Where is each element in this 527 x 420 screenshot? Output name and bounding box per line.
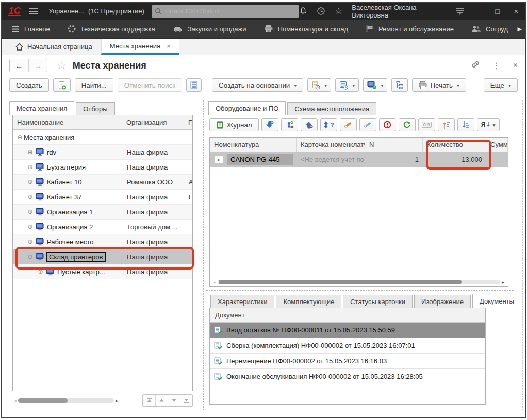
tab-home[interactable]: Начальная страница (7, 39, 101, 55)
tab-filters[interactable]: Отборы (76, 102, 114, 115)
tree-hscrollbar[interactable] (18, 398, 114, 403)
menu-item-repair[interactable]: Ремонт и обслуживание (366, 25, 454, 33)
get-link-icon[interactable] (471, 60, 480, 71)
document-history-dropdown[interactable]: ▾ (307, 78, 331, 92)
equipment-row[interactable]: ▸CANON PG-445<Не ведется учет по ...113,… (210, 152, 508, 167)
sort-ascending-button[interactable] (438, 118, 455, 131)
expand-icon[interactable]: ⊕ (26, 208, 34, 215)
column-header-3[interactable]: N (365, 138, 423, 152)
tree-row[interactable]: ⊕ БухгалтерияНаша фирма (13, 160, 192, 175)
column-header-org[interactable]: Организация (122, 115, 184, 129)
more-button[interactable]: Еще▾ (484, 78, 518, 92)
column-header-1[interactable]: Номенклатура (210, 138, 297, 152)
hierarchy-view-button[interactable] (391, 78, 408, 92)
expand-icon[interactable]: ⊕ (26, 178, 34, 186)
section-splitter[interactable] (206, 290, 514, 291)
notifications-bell-icon[interactable] (299, 7, 307, 15)
expand-icon[interactable]: ⊕ (37, 268, 44, 275)
expand-icon[interactable]: ⊕ (26, 148, 34, 156)
sort-alphabetical-dropdown[interactable]: Я▾ (477, 118, 500, 131)
create-group-button[interactable] (53, 78, 71, 92)
move-in-out-button[interactable] (281, 118, 298, 131)
back-button[interactable]: ← (10, 59, 28, 72)
reading-pane-button[interactable] (186, 78, 202, 92)
sort-descending-button[interactable] (457, 118, 474, 131)
add-to-favorites-star-icon[interactable]: ☆ (57, 59, 67, 72)
document-row[interactable]: Ввод остатков № НФ00-000011 от 15.05.202… (210, 323, 485, 338)
tree-row[interactable]: ⊕ Кабинет 10Ромашка ОООА (13, 175, 192, 190)
service-button[interactable] (359, 118, 376, 131)
document-row[interactable]: Сборка (комплектация) НФ00-000002 от 15.… (210, 338, 485, 354)
receive-button[interactable] (261, 118, 278, 131)
form-close-icon[interactable]: × (513, 61, 518, 70)
tab-location-scheme[interactable]: Схема местоположения (287, 102, 376, 115)
scroll-to-top-button[interactable] (143, 395, 155, 406)
column-header-2[interactable]: Карточка номенклатуры (297, 138, 365, 152)
column-header-name[interactable]: Наименование (13, 115, 122, 129)
column-header-extra[interactable]: П (184, 115, 192, 129)
document-row[interactable]: Перемещение НФ00-000002 от 15.05.2023 16… (210, 354, 485, 369)
refresh-button[interactable] (399, 118, 416, 131)
create-button[interactable]: Создать (9, 78, 49, 92)
hscroll-right-icon[interactable]: ▸ (114, 398, 120, 404)
scroll-down-button[interactable] (168, 395, 180, 406)
create-based-on-button[interactable]: Создать на основании▾ (212, 78, 303, 92)
user-menu-icon[interactable] (455, 7, 465, 15)
form-more-kebab-icon[interactable]: ⋮ (492, 61, 501, 71)
window-close-button[interactable]: × (512, 7, 521, 15)
column-header-document[interactable]: Документ (215, 311, 245, 319)
maximize-button[interactable]: □ (492, 7, 502, 15)
minimize-button[interactable]: – (474, 7, 483, 15)
scroll-up-button[interactable] (155, 395, 168, 406)
expand-icon[interactable]: ⊕ (26, 163, 34, 171)
expand-icon[interactable]: ⊕ (26, 238, 34, 245)
tree-row[interactable]: ⊕ Пустые картр...Наша фирма (13, 264, 192, 279)
hscroll-thumb[interactable] (18, 398, 68, 403)
expand-icon[interactable]: ⊕ (26, 223, 34, 230)
main-menu-icon[interactable] (29, 8, 38, 15)
related-info-dropdown[interactable]: ▾ (363, 78, 387, 92)
hscroll-right-icon[interactable]: ▸ (500, 279, 506, 285)
hscroll-left-icon[interactable]: ◂ (12, 398, 18, 404)
writeoff-button[interactable] (301, 118, 318, 131)
history-icon[interactable] (317, 7, 325, 15)
tree-row[interactable]: ⊕ Рабочее местоНаша фирма (13, 234, 192, 249)
tab-storage-locations[interactable]: Места хранения × (101, 39, 179, 55)
column-header-4[interactable]: Количество (423, 138, 486, 152)
menu-overflow-arrow[interactable]: ▶ (518, 26, 522, 32)
menu-item-main[interactable]: Главное (11, 25, 50, 33)
menu-item-employees[interactable]: Сотруд (471, 25, 508, 33)
collapse-icon[interactable]: ⊖ (16, 133, 24, 141)
report-history-dropdown[interactable]: ▾ (335, 78, 359, 92)
collapse-icon[interactable]: ⊖ (26, 253, 34, 260)
tree-row[interactable]: ⊕ rdvНаша фирма (13, 145, 192, 160)
detail-tab-4[interactable]: Изображение (414, 295, 471, 308)
service-start-button[interactable] (340, 118, 357, 131)
tab-close-icon[interactable]: × (167, 42, 171, 50)
column-header-5[interactable]: Сумм (486, 138, 508, 152)
tab-equipment[interactable]: Оборудование и ПО (208, 101, 286, 115)
document-row[interactable]: Окончание обслуживания НФ00-000002 от 15… (210, 369, 485, 384)
menu-item-purchases[interactable]: Закупки и продажи (173, 25, 246, 33)
tab-storage-tree[interactable]: Места хранения (9, 101, 74, 115)
search-input[interactable]: Поиск Ctrl+Shift+F (152, 5, 299, 18)
forward-button[interactable]: → (28, 59, 47, 72)
movement-query-button[interactable]: ? (320, 118, 337, 131)
user-name[interactable]: Васелевская Оксана Викторовна (352, 4, 446, 19)
tree-row[interactable]: ⊕ Организация 2Торговый дом ... (13, 220, 192, 234)
detail-tab-2[interactable]: Комплектующие (276, 295, 341, 308)
scroll-to-bottom-button[interactable] (180, 395, 192, 406)
detail-tab-1[interactable]: Характеристики (210, 295, 274, 308)
equipment-hscrollbar[interactable] (218, 280, 500, 284)
tree-row[interactable]: ⊕ Организация 1Наша фирма (13, 205, 192, 220)
tree-row[interactable]: ⊖ Склад принтеровНаша фирма (13, 249, 192, 264)
expand-icon[interactable]: ⊕ (26, 193, 34, 200)
favorites-star-icon[interactable]: ☆ (335, 7, 342, 15)
hscroll-thumb[interactable] (219, 280, 462, 284)
barcode-button[interactable]: 0-9 (418, 118, 435, 131)
menu-item-nomenclature[interactable]: Номенклатура и склад (264, 25, 348, 33)
hscroll-left-icon[interactable]: ◂ (212, 279, 218, 285)
panel-splitter[interactable] (203, 100, 204, 410)
detail-tab-5[interactable]: Документы (472, 294, 521, 308)
cancel-search-button[interactable]: Отменить поиск (118, 78, 182, 92)
